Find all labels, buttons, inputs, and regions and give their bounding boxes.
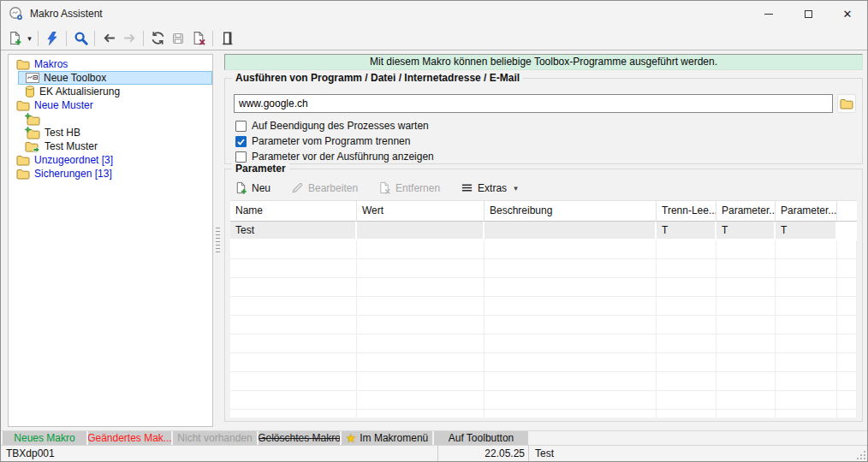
tree-item-test-hb[interactable]: Test HB [9,126,212,139]
tree-item-test-muster[interactable]: Test Muster [9,139,212,153]
empty-cell [230,240,357,259]
column-header[interactable]: Wert [357,201,485,222]
cell-beschreibung [485,222,657,240]
forward-button[interactable] [119,28,140,49]
run-lightning-icon [45,32,59,45]
empty-cell [357,297,485,316]
back-button[interactable] [98,28,119,49]
refresh-icon [151,31,165,45]
folder-go-icon [25,140,40,153]
empty-cell [357,353,485,372]
empty-cell [837,353,857,372]
folder-icon [16,169,30,180]
delete-macro-button[interactable] [188,28,209,49]
close-button[interactable]: ✕ [828,1,867,27]
toolbox-icon [26,73,39,83]
legend-label: Geändertes Mak... [88,432,172,444]
legend-label: Gelöschtes Makro [259,432,341,444]
empty-cell [485,259,657,278]
parameter-new-button[interactable]: Neu [230,180,275,196]
new-macro-button[interactable] [4,28,25,49]
minimize-button[interactable] [749,1,788,27]
table-empty-row [230,335,857,353]
maximize-button[interactable] [788,1,828,27]
tree-item-unzugeordnet[interactable]: Unzugeordnet [3] [9,153,212,167]
folder-icon [840,98,853,110]
checkbox-wait-for-process[interactable]: Auf Beendigung des Prozesses warten [235,119,429,133]
checkbox-label: Auf Beendigung des Prozesses warten [252,120,429,132]
exit-button[interactable] [217,28,237,49]
empty-cell [230,278,357,297]
checkbox-show-parameters[interactable]: Parameter vor der Ausführung anzeigen [235,150,434,163]
back-arrow-icon [102,31,116,45]
empty-cell [716,316,776,335]
tree-item-sicherungen[interactable]: Sicherungen [13] [9,167,212,181]
tree-item-label: EK Aktualisierung [39,86,120,98]
column-header[interactable]: Parameter... [776,201,837,222]
cell-parameter-1: T [716,222,776,240]
empty-cell [357,410,485,418]
dropdown-caret-icon: ▾ [514,184,518,192]
makro-assistent-window: Makro Assistent ✕ ▾ [0,0,868,462]
empty-cell [837,391,857,410]
toolbar-separator [212,31,213,46]
new-document-icon [8,31,22,45]
tree-item-neue-toolbox[interactable]: Neue Toolbox [18,71,212,85]
checkbox-icon [235,136,247,147]
save-button[interactable] [168,28,188,49]
empty-cell [657,259,716,278]
legend-label: Neues Makro [14,432,74,444]
refresh-button[interactable] [147,28,168,49]
parameter-group-title: Parameter [232,163,289,175]
column-header-filler [837,201,857,222]
empty-cell [776,278,837,297]
column-header[interactable]: Trenn-Lee... [657,201,716,222]
legend-auf-toolbutton: Auf Toolbutton [434,431,530,445]
tree-item-makros[interactable]: Makros [9,57,212,71]
table-row[interactable]: Test T T T [230,222,857,240]
empty-cell [230,372,357,391]
parameter-edit-button[interactable]: Bearbeiten [287,180,362,196]
tree-item-unnamed-muster[interactable] [9,112,212,126]
run-macro-button[interactable] [42,28,62,49]
titlebar[interactable]: Makro Assistent ✕ [1,1,867,27]
checkbox-separate-parameters[interactable]: Parameter vom Programm trennen [235,134,410,148]
cell-wert [357,222,485,240]
empty-cell [357,278,485,297]
cell-filler [837,222,857,240]
star-icon: ★ [346,432,357,444]
empty-cell [657,278,716,297]
column-header[interactable]: Beschreibung [485,201,657,222]
legend-bar: Neues Makro Geändertes Mak... Nicht vorh… [1,430,867,445]
empty-cell [485,278,657,297]
program-url-input[interactable] [234,94,833,113]
search-button[interactable] [70,28,91,49]
table-empty-row [230,353,857,372]
resize-grip[interactable] [857,451,866,460]
panel-splitter[interactable] [215,54,222,427]
parameter-remove-label: Entfernen [395,182,440,194]
column-header[interactable]: Parameter... [716,201,776,222]
empty-cell [357,335,485,353]
empty-cell [716,240,776,259]
maximize-icon [805,10,812,18]
empty-cell [485,391,657,410]
minimize-icon [764,14,773,15]
empty-cell [837,297,857,316]
parameter-remove-button[interactable]: Entfernen [374,180,444,196]
main-area: Makros Neue Toolbox [1,51,867,430]
parameter-extras-button[interactable]: Extras ▾ [456,180,522,196]
tree-item-neue-muster[interactable]: Neue Muster [9,98,212,112]
execute-group-title: Ausführen von Programm / Datei / Interne… [232,72,523,84]
empty-cell [230,297,357,316]
empty-cell [716,278,776,297]
empty-cell [776,353,837,372]
save-icon [171,32,185,45]
toolbar-separator [38,31,39,46]
column-header[interactable]: Name [230,201,357,222]
tree-item-label: Unzugeordnet [3] [34,154,113,166]
new-macro-dropdown[interactable]: ▾ [25,28,34,49]
tree-item-ek-aktualisierung[interactable]: EK Aktualisierung [9,85,212,98]
empty-cell [485,297,657,316]
browse-file-button[interactable] [837,94,856,113]
